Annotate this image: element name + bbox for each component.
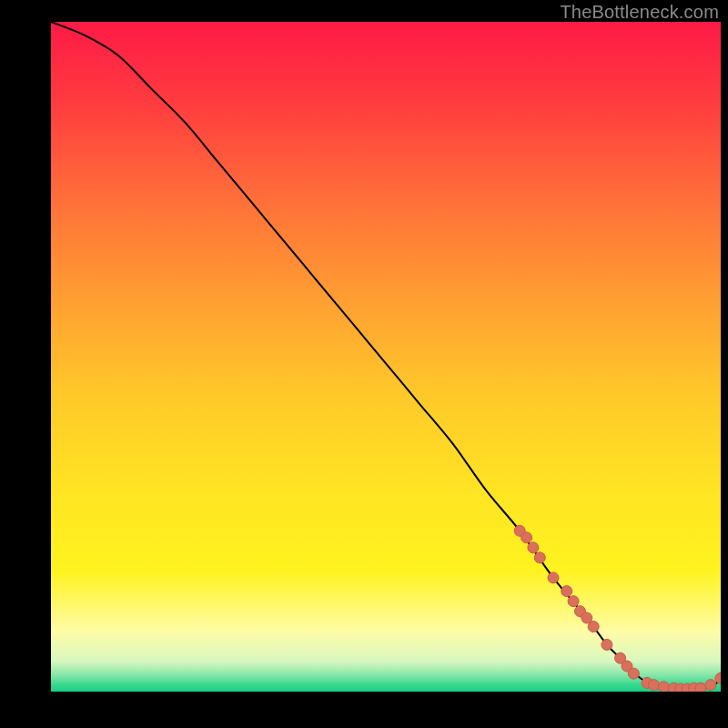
data-marker: [695, 682, 706, 692]
plot-area: [51, 22, 721, 692]
data-marker: [715, 672, 721, 683]
data-marker: [568, 596, 579, 607]
data-marker: [521, 532, 532, 543]
data-marker: [658, 682, 669, 692]
attribution-text: TheBottleneck.com: [560, 2, 719, 23]
main-curve: [51, 22, 721, 689]
data-marker: [628, 668, 639, 679]
data-marker: [534, 552, 545, 563]
data-marker: [561, 586, 572, 597]
curve-layer: [51, 22, 721, 692]
data-markers: [514, 525, 721, 692]
data-marker: [528, 542, 539, 553]
data-marker: [548, 572, 559, 583]
data-marker: [705, 680, 716, 691]
data-marker: [602, 639, 612, 650]
chart-stage: TheBottleneck.com: [0, 0, 728, 728]
data-marker: [588, 622, 599, 632]
data-marker: [648, 680, 659, 691]
